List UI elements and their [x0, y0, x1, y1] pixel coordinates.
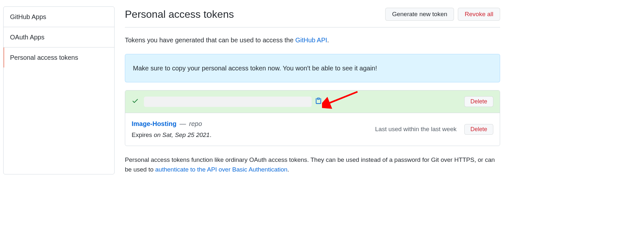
- copy-token-icon[interactable]: [315, 97, 322, 106]
- main-content: Personal access tokens Generate new toke…: [125, 6, 500, 174]
- token-row: Image-Hosting — repo Expires on Sat, Sep…: [125, 113, 500, 146]
- svg-line-1: [327, 92, 357, 104]
- token-name-link[interactable]: Image-Hosting: [132, 120, 176, 127]
- sidebar-item-label: Personal access tokens: [10, 54, 78, 61]
- sidebar-item-github-apps[interactable]: GitHub Apps: [4, 7, 114, 27]
- authenticate-api-link[interactable]: authenticate to the API over Basic Authe…: [155, 166, 287, 173]
- new-token-row: Delete: [125, 90, 500, 113]
- sidebar-item-personal-access-tokens[interactable]: Personal access tokens: [4, 47, 114, 68]
- token-details: Image-Hosting — repo Expires on Sat, Sep…: [132, 119, 375, 140]
- footer-description: Personal access tokens function like ord…: [125, 155, 500, 175]
- token-list: Delete Image-Hosting — repo Expires on S…: [125, 90, 500, 146]
- sidebar-item-oauth-apps[interactable]: OAuth Apps: [4, 27, 114, 47]
- check-icon: [132, 97, 139, 106]
- page-title: Personal access tokens: [125, 6, 234, 22]
- generate-new-token-button[interactable]: Generate new token: [385, 8, 454, 21]
- token-scope: repo: [189, 120, 202, 127]
- page-header: Personal access tokens Generate new toke…: [125, 6, 500, 27]
- delete-token-button[interactable]: Delete: [464, 124, 493, 135]
- sidebar-item-label: GitHub Apps: [10, 13, 46, 20]
- token-name-line: Image-Hosting — repo: [132, 119, 375, 129]
- github-api-link[interactable]: GitHub API: [295, 37, 327, 44]
- tokens-description: Tokens you have generated that can be us…: [125, 35, 500, 45]
- flash-message: Make sure to copy your personal access t…: [133, 65, 377, 72]
- token-last-used: Last used within the last week: [375, 125, 457, 134]
- settings-sidebar: GitHub Apps OAuth Apps Personal access t…: [3, 6, 115, 174]
- annotation-arrow-icon: [322, 90, 361, 111]
- token-expires: Expires on Sat, Sep 25 2021.: [132, 130, 375, 140]
- revoke-all-button[interactable]: Revoke all: [458, 8, 500, 21]
- delete-new-token-button[interactable]: Delete: [464, 96, 493, 107]
- sidebar-item-label: OAuth Apps: [10, 34, 45, 41]
- token-separator: —: [179, 120, 186, 127]
- header-actions: Generate new token Revoke all: [385, 8, 500, 21]
- copy-token-warning-flash: Make sure to copy your personal access t…: [125, 54, 500, 82]
- token-value-display: [144, 97, 312, 107]
